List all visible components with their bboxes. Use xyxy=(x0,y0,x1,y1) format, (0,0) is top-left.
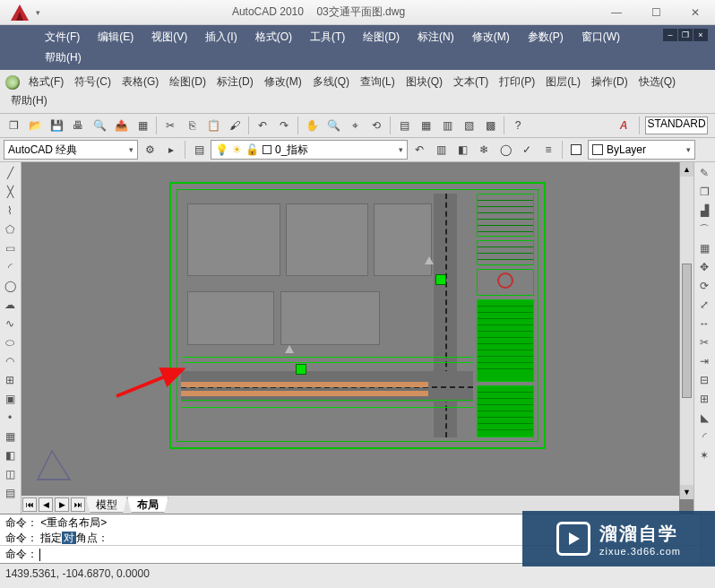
fillet-button[interactable]: ◜ xyxy=(695,428,713,445)
menu-tools[interactable]: 工具(T) xyxy=(301,27,354,48)
m2-draw[interactable]: 绘图(D) xyxy=(164,73,211,91)
layout-viewport[interactable] xyxy=(169,182,546,449)
menu-view[interactable]: 视图(V) xyxy=(142,27,196,48)
menu-edit[interactable]: 编辑(E) xyxy=(89,27,142,48)
properties-button[interactable]: ▤ xyxy=(394,116,414,135)
revcloud-button[interactable]: ☁ xyxy=(1,296,19,314)
layer-state-button[interactable]: ▥ xyxy=(431,140,451,160)
insert-block-button[interactable]: ⊞ xyxy=(1,371,19,389)
copy-button[interactable]: ⎘ xyxy=(182,116,202,135)
mdi-minimize[interactable]: – xyxy=(663,29,677,41)
new-button[interactable]: ❐ xyxy=(4,116,23,135)
menu-format[interactable]: 格式(O) xyxy=(246,27,301,48)
ellipse-arc-button[interactable]: ◠ xyxy=(1,352,19,370)
save-button[interactable]: 💾 xyxy=(47,116,66,135)
menu-modify[interactable]: 修改(M) xyxy=(463,27,519,48)
erase-button[interactable]: ✎ xyxy=(695,164,713,182)
m2-qselect[interactable]: 快选(Q) xyxy=(633,73,681,91)
chamfer-button[interactable]: ◣ xyxy=(695,409,713,427)
tab-layout1[interactable]: 布局 xyxy=(127,497,168,513)
region-button[interactable]: ◫ xyxy=(1,465,19,483)
layer-off-button[interactable]: ◯ xyxy=(495,140,515,160)
menu-help[interactable]: 帮助(H) xyxy=(36,48,90,68)
layer-manager-button[interactable]: ▤ xyxy=(189,140,209,160)
menu-parametric[interactable]: 参数(P) xyxy=(519,27,573,48)
m2-format[interactable]: 格式(F) xyxy=(23,73,69,91)
maximize-button[interactable]: ☐ xyxy=(636,3,676,22)
workspace-combo[interactable]: AutoCAD 经典▾ xyxy=(4,140,138,160)
xline-button[interactable]: ╳ xyxy=(1,183,19,201)
m2-help[interactable]: 帮助(H) xyxy=(5,91,53,110)
m2-mline[interactable]: 多线(Q) xyxy=(307,73,355,91)
tab-first[interactable]: ⏮ xyxy=(22,497,37,512)
layer-iso-button[interactable]: ◧ xyxy=(452,140,472,160)
move-button[interactable]: ✥ xyxy=(695,258,713,276)
table-button[interactable]: ▤ xyxy=(1,484,19,502)
make-block-button[interactable]: ▣ xyxy=(1,390,19,408)
offset-button[interactable]: ⌒ xyxy=(695,220,713,238)
hatch-button[interactable]: ▦ xyxy=(1,428,19,445)
minimize-button[interactable]: — xyxy=(597,3,636,22)
m2-text[interactable]: 文本(T) xyxy=(448,73,494,91)
zoom-previous-button[interactable]: ⟲ xyxy=(366,116,386,135)
plot-preview-button[interactable]: 🔍 xyxy=(90,116,109,135)
rectangle-button[interactable]: ▭ xyxy=(1,239,19,257)
menu-insert[interactable]: 插入(I) xyxy=(196,27,246,48)
publish-button[interactable]: 📤 xyxy=(111,116,131,135)
scroll-down[interactable]: ▼ xyxy=(680,485,693,499)
cut-button[interactable]: ✂ xyxy=(160,116,180,135)
markup-button[interactable]: ▧ xyxy=(459,116,478,135)
layer-match-button[interactable]: ≡ xyxy=(538,140,558,160)
stretch-button[interactable]: ↔ xyxy=(695,315,713,333)
m2-layer[interactable]: 图层(L) xyxy=(540,73,586,91)
open-button[interactable]: 📂 xyxy=(25,116,45,135)
m2-symbol[interactable]: 符号(C) xyxy=(69,73,116,91)
help-button[interactable]: ? xyxy=(508,116,528,135)
zoom-realtime-button[interactable]: 🔍 xyxy=(323,116,343,135)
gradient-button[interactable]: ◧ xyxy=(1,446,19,464)
redo-button[interactable]: ↷ xyxy=(274,116,294,135)
scroll-thumb[interactable] xyxy=(682,264,692,398)
tool-palette-button[interactable]: ▥ xyxy=(437,116,457,135)
pline-button[interactable]: ⌇ xyxy=(1,202,19,220)
m2-block[interactable]: 图块(Q) xyxy=(401,73,448,91)
spline-button[interactable]: ∿ xyxy=(1,315,19,333)
qcalc-button[interactable]: ▩ xyxy=(480,116,500,135)
layer-previous-button[interactable]: ↶ xyxy=(409,140,429,160)
color-combo[interactable]: ByLayer▾ xyxy=(588,140,695,160)
close-button[interactable]: ✕ xyxy=(676,3,715,22)
command-input[interactable]: 命令： xyxy=(0,545,701,563)
layer-make-current-button[interactable]: ✓ xyxy=(517,140,537,160)
mdi-restore[interactable]: ❐ xyxy=(678,29,693,41)
express-start-icon[interactable] xyxy=(5,75,20,90)
menu-draw[interactable]: 绘图(D) xyxy=(354,27,409,48)
break-button[interactable]: ⊟ xyxy=(695,371,713,389)
sheet-set-button[interactable]: ▦ xyxy=(133,116,152,135)
undo-button[interactable]: ↶ xyxy=(253,116,272,135)
layer-combo[interactable]: 💡 ☀ 🔓 0_指标 ▾ xyxy=(211,140,408,160)
scroll-up[interactable]: ▲ xyxy=(680,162,693,177)
array-button[interactable]: ▦ xyxy=(695,239,713,257)
m2-operate[interactable]: 操作(D) xyxy=(586,73,633,91)
m2-inquiry[interactable]: 查询(L) xyxy=(355,73,401,91)
command-scrollbar[interactable] xyxy=(701,514,715,563)
tab-last[interactable]: ⏭ xyxy=(71,497,85,512)
ellipse-button[interactable]: ⬭ xyxy=(1,333,19,351)
menu-file[interactable]: 文件(F) xyxy=(36,27,89,48)
tab-next[interactable]: ▶ xyxy=(55,497,69,512)
pan-button[interactable]: ✋ xyxy=(302,116,322,135)
drawing-canvas[interactable]: ⏮ ◀ ▶ ⏭ 模型 布局 ▲ ▼ xyxy=(22,162,693,514)
match-prop-button[interactable]: 🖌 xyxy=(225,116,245,135)
menu-dimension[interactable]: 标注(N) xyxy=(409,27,463,48)
workspace-save-button[interactable]: ▸ xyxy=(161,140,181,160)
copy2-button[interactable]: ❐ xyxy=(695,183,713,201)
text-style-combo[interactable]: STANDARD xyxy=(645,117,708,134)
layer-freeze-button[interactable]: ❄ xyxy=(474,140,494,160)
tab-prev[interactable]: ◀ xyxy=(39,497,53,512)
arc-button[interactable]: ◜ xyxy=(1,258,19,276)
polygon-button[interactable]: ⬠ xyxy=(1,220,19,238)
point-button[interactable]: • xyxy=(1,409,19,427)
extend-button[interactable]: ⇥ xyxy=(695,352,713,370)
paste-button[interactable]: 📋 xyxy=(203,116,223,135)
join-button[interactable]: ⊞ xyxy=(695,390,713,408)
